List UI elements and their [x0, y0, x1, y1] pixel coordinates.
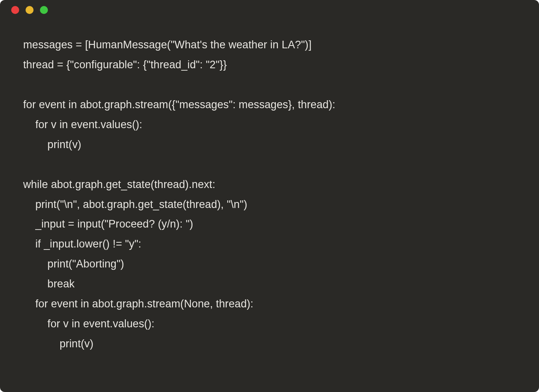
code-content: messages = [HumanMessage("What's the wea… — [0, 20, 539, 354]
zoom-icon[interactable] — [40, 6, 48, 14]
code-window: messages = [HumanMessage("What's the wea… — [0, 0, 539, 392]
window-titlebar — [0, 0, 539, 20]
minimize-icon[interactable] — [26, 6, 34, 14]
close-icon[interactable] — [11, 6, 19, 14]
